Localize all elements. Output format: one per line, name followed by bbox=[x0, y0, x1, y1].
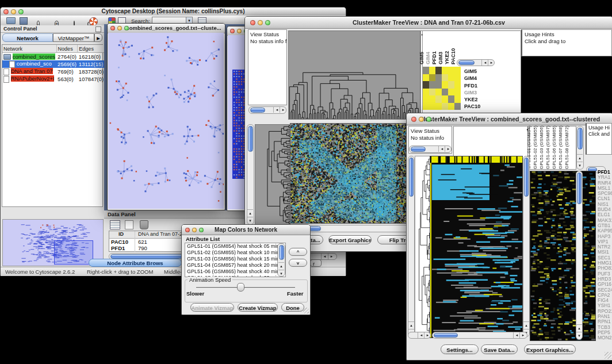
scroll-up-icon[interactable]: ▴ bbox=[523, 321, 529, 328]
id-column-header[interactable]: ID bbox=[118, 231, 124, 237]
tab-vizmapper[interactable]: VizMapper™ bbox=[53, 33, 94, 42]
mini-heatmap-cell[interactable] bbox=[454, 103, 461, 110]
open-folder-icon[interactable] bbox=[6, 17, 16, 24]
mini-heatmap[interactable] bbox=[423, 67, 461, 110]
create-vizmap-button[interactable]: Create Vizmap bbox=[238, 303, 278, 312]
tab-overflow-button[interactable]: ▶ bbox=[94, 33, 102, 42]
tab-node-attribute-browser[interactable]: Node Attribute Brows bbox=[89, 259, 182, 267]
mini-heatmap-cell[interactable] bbox=[454, 74, 461, 82]
export-graphics-button[interactable]: Export Graphics... bbox=[524, 344, 576, 354]
scroll-right-icon[interactable]: ▸ bbox=[328, 254, 335, 259]
network-row-rnapuber[interactable]: RNAPuberNov2+I 563(0) 107847(0) bbox=[2, 75, 105, 83]
attribute-item[interactable]: GPL51-04 (GSM857) heat shock 20 min bbox=[185, 262, 285, 269]
minimize-icon[interactable] bbox=[419, 117, 424, 122]
gene-tree-vscrollbar[interactable]: ▴ ▾ bbox=[408, 156, 415, 337]
close-icon[interactable] bbox=[250, 20, 255, 25]
scroll-right-icon[interactable]: ▸ bbox=[280, 107, 286, 113]
mini-heatmap-cell[interactable] bbox=[435, 89, 442, 96]
tab-network[interactable]: Network bbox=[2, 33, 53, 42]
array-label[interactable]: GPL51-06 (GSM865) bbox=[552, 125, 557, 169]
mini-heatmap-cell[interactable] bbox=[429, 89, 435, 96]
row-dendrogram-canvas[interactable] bbox=[255, 124, 290, 225]
scrollbar-thumb[interactable] bbox=[524, 158, 529, 197]
table-icon[interactable] bbox=[110, 220, 120, 229]
cell-value[interactable]: 621 bbox=[138, 239, 147, 245]
animate-vizmap-button[interactable]: Animate Vizmap bbox=[190, 303, 234, 312]
resize-grip[interactable] bbox=[303, 308, 309, 313]
heatmap-vscrollbar[interactable]: ▴ ▾ bbox=[523, 156, 530, 337]
mini-heatmap-cell[interactable] bbox=[442, 89, 448, 96]
column-label[interactable]: GIM4 bbox=[425, 52, 431, 64]
mini-heatmap-cell[interactable] bbox=[429, 81, 435, 89]
gene-dendrogram-canvas[interactable] bbox=[415, 156, 431, 336]
mini-heatmap-cell[interactable] bbox=[423, 67, 429, 74]
scroll-left-icon[interactable]: ◂ bbox=[321, 254, 328, 259]
settings-button[interactable]: Settings... bbox=[441, 344, 479, 354]
mini-heatmap-cell[interactable] bbox=[448, 81, 454, 89]
scrollbar-thumb[interactable] bbox=[279, 245, 284, 260]
mini-heatmap-cell[interactable] bbox=[442, 74, 448, 82]
scroll-up-icon[interactable]: ▴ bbox=[576, 324, 582, 331]
mini-heatmap-cell[interactable] bbox=[435, 67, 442, 74]
scroll-right-icon[interactable]: ▸ bbox=[519, 332, 526, 338]
speed-slider-thumb[interactable] bbox=[237, 283, 244, 292]
mini-heatmap-cell[interactable] bbox=[448, 95, 454, 103]
scroll-up-icon[interactable]: ▴ bbox=[577, 154, 583, 161]
mini-heatmap-cell[interactable] bbox=[448, 74, 454, 82]
minimize-icon[interactable] bbox=[192, 228, 197, 232]
mini-heatmap-cell[interactable] bbox=[435, 103, 442, 110]
attribute-item[interactable]: GPL51-01 (GSM854) heat shock 05 min bbox=[185, 243, 285, 250]
float-panel-icon[interactable] bbox=[95, 26, 101, 32]
main-title-bar[interactable]: Cytoscape Desktop (Session Name: collins… bbox=[1, 7, 346, 16]
network-canvas-container[interactable] bbox=[108, 33, 224, 209]
gene-label[interactable]: MON2 bbox=[598, 335, 612, 340]
mini-heatmap-cell[interactable] bbox=[423, 103, 429, 110]
scrollbar-thumb[interactable] bbox=[411, 147, 426, 152]
minimize-icon[interactable] bbox=[258, 20, 263, 25]
trash-icon[interactable] bbox=[140, 220, 148, 229]
close-icon[interactable] bbox=[230, 29, 235, 33]
network-row-combined-scores[interactable]: combined_scores 2764(0) 16218(0) bbox=[2, 53, 105, 61]
column-label[interactable]: GIM5 bbox=[419, 52, 424, 64]
mini-heatmap-cell[interactable] bbox=[423, 81, 429, 89]
mini-heatmap-cell[interactable] bbox=[429, 103, 435, 110]
scroll-right-icon[interactable]: ▸ bbox=[424, 332, 431, 338]
column-label[interactable]: GIM3 bbox=[438, 52, 443, 64]
array-label[interactable]: GPL51-03 (GSM856) bbox=[539, 125, 544, 169]
gene-label[interactable]: PAC10 bbox=[464, 103, 493, 110]
column-dendrogram-canvas[interactable] bbox=[288, 30, 420, 120]
minimize-icon[interactable] bbox=[237, 29, 242, 33]
gene-label[interactable]: PFD1 bbox=[464, 82, 493, 89]
gene-tree-hscrollbar[interactable]: ◂ ▸ bbox=[408, 332, 431, 339]
column-label[interactable]: YKE2 bbox=[444, 51, 450, 64]
scroll-up-icon[interactable]: ▴ bbox=[247, 209, 253, 216]
gene-label[interactable]: GIM3 bbox=[464, 89, 493, 96]
attribute-item[interactable]: GPL51-02 (GSM855) heat shock 10 min bbox=[185, 250, 285, 256]
network-canvas[interactable] bbox=[108, 33, 224, 209]
scrollbar-thumb[interactable] bbox=[577, 128, 583, 150]
zoom-window-icon[interactable] bbox=[124, 26, 129, 30]
cell-id[interactable]: PAC10 bbox=[111, 239, 128, 245]
zoom-window-icon[interactable] bbox=[18, 9, 24, 14]
gene-label[interactable]: GIM5 bbox=[464, 68, 493, 75]
scroll-up-icon[interactable]: ▴ bbox=[278, 262, 284, 269]
mini-heatmap-cell[interactable] bbox=[435, 74, 442, 82]
overview-selection-rect[interactable] bbox=[54, 240, 93, 265]
network-row-dna-tran[interactable]: DNA and Tran 07 769(0) 183728(0) bbox=[2, 68, 105, 75]
view-status-hscrollbar[interactable]: ◂ ▸ bbox=[248, 106, 286, 114]
scrollbar-thumb[interactable] bbox=[248, 126, 253, 152]
mini-heatmap-cell[interactable] bbox=[435, 81, 442, 89]
mini-heatmap-cell[interactable] bbox=[442, 67, 448, 74]
cell-value[interactable]: 790 bbox=[138, 245, 147, 251]
mini-heatmap-cell[interactable] bbox=[454, 89, 461, 96]
row-tree-vscrollbar[interactable]: ▴ ▾ bbox=[247, 124, 254, 225]
array-label[interactable]: GPL51-07 (GSM868) bbox=[558, 125, 563, 169]
mini-heatmap-cell[interactable] bbox=[429, 95, 435, 103]
zoom-vscrollbar[interactable]: ▴ ▾ bbox=[576, 171, 583, 340]
mini-heatmap-cell[interactable] bbox=[442, 95, 448, 103]
scroll-down-icon[interactable]: ▾ bbox=[247, 217, 253, 224]
save-data-button[interactable]: Save Data... bbox=[481, 344, 518, 354]
column-label[interactable]: PAC10 bbox=[450, 48, 456, 64]
mini-heatmap-cell[interactable] bbox=[435, 95, 442, 103]
scrollbar-thumb[interactable] bbox=[577, 173, 582, 204]
